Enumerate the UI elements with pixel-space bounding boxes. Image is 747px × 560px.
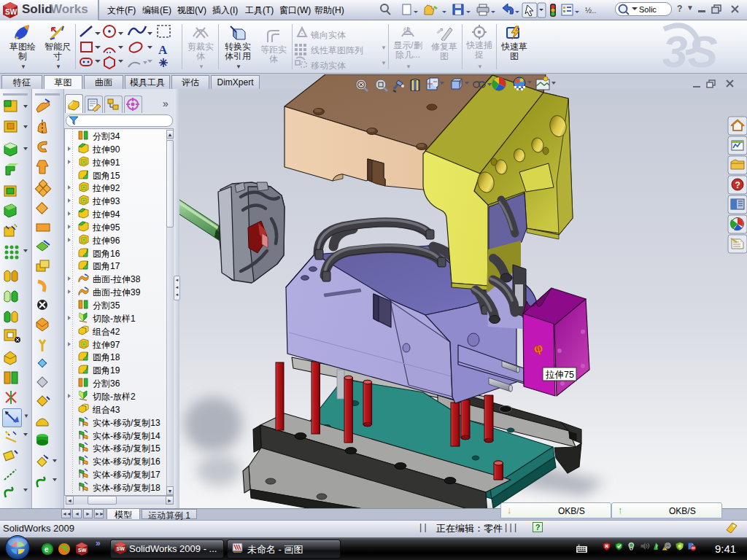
svg-text:SW: SW [78, 548, 87, 553]
svg-text:»: » [163, 98, 169, 109]
svg-text:½..: ½.. [585, 6, 596, 15]
svg-text:A: A [158, 43, 168, 57]
svg-text:Solic: Solic [639, 5, 657, 14]
svg-text:拉伸75: 拉伸75 [545, 370, 574, 380]
svg-text:e: e [44, 545, 49, 553]
svg-text:SW: SW [117, 546, 125, 551]
svg-text:SW: SW [5, 8, 18, 16]
svg-text:?: ? [735, 180, 740, 190]
svg-text:⇗: ⇗ [436, 26, 444, 36]
svg-text:基: 基 [578, 544, 580, 547]
svg-text:64: 64 [403, 26, 411, 34]
